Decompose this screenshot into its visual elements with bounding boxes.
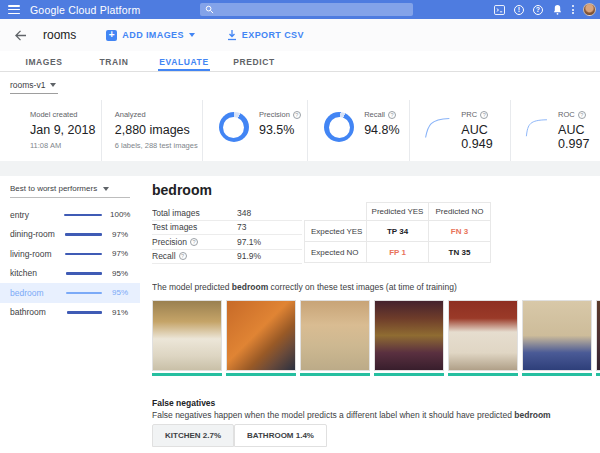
confusion-col-predicted-no: Predicted NO	[429, 203, 491, 221]
prc-curve-icon	[424, 114, 451, 142]
info-icon[interactable]: ?	[179, 252, 187, 260]
confusion-cell-fn: FN 3	[429, 221, 491, 242]
top-app-bar: Google Cloud Platform ! ?	[0, 0, 600, 19]
performer-row-living-room[interactable]: living-room 97%	[0, 244, 140, 264]
roc-card: ROC? AUC 0.997	[510, 100, 600, 161]
false-negatives-description: False negatives happen when the model pr…	[152, 410, 551, 420]
confidence-bar	[152, 373, 222, 376]
chip-bathroom[interactable]: BATHROOM 1.4%	[234, 424, 327, 447]
confidence-bar	[226, 373, 296, 376]
score-bar	[66, 292, 102, 295]
download-icon	[227, 30, 237, 41]
performer-row-bathroom[interactable]: bathroom 91%	[0, 303, 140, 323]
test-image-thumbnail[interactable]	[226, 300, 296, 376]
search-icon	[205, 5, 214, 14]
confusion-cell-tp: TP 34	[367, 221, 429, 242]
tab-bar: IMAGES TRAIN EVALUATE PREDICT	[0, 51, 600, 72]
label-title: bedroom	[152, 182, 212, 198]
performer-row-kitchen[interactable]: kitchen 95%	[0, 264, 140, 284]
confidence-bar	[300, 373, 370, 376]
menu-icon[interactable]	[8, 5, 20, 14]
model-created-date: Jan 9, 2018	[30, 123, 95, 137]
performers-sort-label: Best to worst performers	[10, 184, 97, 193]
precision-donut-chart	[219, 112, 249, 142]
analyzed-detail: 6 labels, 288 test images	[115, 141, 198, 150]
model-created-time: 11:08 AM	[30, 141, 95, 150]
test-image-thumbnail[interactable]	[596, 300, 600, 376]
confidence-bar	[522, 373, 592, 376]
tab-evaluate[interactable]: EVALUATE	[158, 51, 210, 71]
performer-row-dining-room[interactable]: dining-room 97%	[0, 225, 140, 245]
info-icon[interactable]: ?	[190, 238, 198, 246]
label-performance-sidebar: Best to worst performers entry 100% dini…	[0, 176, 140, 322]
back-arrow-icon[interactable]	[14, 30, 27, 41]
test-image-thumbnails	[152, 300, 600, 376]
confidence-bar	[448, 373, 518, 376]
confidence-bar	[374, 373, 444, 376]
score-bar	[64, 214, 102, 217]
analyzed-count: 2,880 images	[115, 123, 198, 137]
test-image-thumbnail[interactable]	[374, 300, 444, 376]
roc-auc-value: AUC 0.997	[558, 123, 600, 151]
confusion-col-predicted-yes: Predicted YES	[367, 203, 429, 221]
test-image-thumbnail[interactable]	[152, 300, 222, 376]
notifications-bell-icon[interactable]	[552, 4, 563, 15]
app-title: Google Cloud Platform	[30, 4, 140, 16]
confusion-matrix: Predicted YES Predicted NO Expected YES …	[304, 202, 491, 263]
stat-row-test-images: Test images 73	[152, 221, 302, 236]
prc-label: PRC	[461, 110, 477, 119]
avatar[interactable]	[583, 3, 596, 16]
roc-label: ROC	[558, 110, 575, 119]
analyzed-label: Analyzed	[115, 110, 198, 119]
stat-row-total-images: Total images 348	[152, 206, 302, 221]
recall-card: Recall? 94.8%	[307, 100, 409, 161]
prc-auc-value: AUC 0.949	[461, 123, 509, 151]
performer-row-entry[interactable]: entry 100%	[0, 205, 140, 225]
stat-row-recall: Recall? 91.9%	[152, 250, 302, 265]
test-image-thumbnail[interactable]	[300, 300, 370, 376]
label-detail-panel: bedroom Total images 348 Test images 73 …	[152, 176, 600, 453]
performer-row-bedroom[interactable]: bedroom 95%	[0, 283, 140, 303]
add-images-button[interactable]: + ADD IMAGES	[106, 30, 195, 41]
label-stats-table: Total images 348 Test images 73 Precisio…	[152, 206, 302, 264]
precision-card: Precision? 93.5%	[202, 100, 307, 161]
performers-sort-select[interactable]: Best to worst performers	[10, 184, 130, 198]
tab-train[interactable]: TRAIN	[88, 51, 140, 71]
score-bar	[67, 311, 102, 314]
add-images-label: ADD IMAGES	[122, 30, 184, 40]
info-icon[interactable]: ?	[388, 111, 396, 119]
precision-value: 93.5%	[259, 123, 301, 137]
false-negative-chips: KITCHEN 2.7% BATHROOM 1.4%	[152, 424, 327, 447]
confusion-cell-tn: TN 35	[429, 242, 491, 263]
false-negatives-title: False negatives	[152, 398, 215, 408]
confusion-row-expected-yes: Expected YES	[305, 221, 367, 242]
confidence-bar	[596, 373, 600, 376]
model-version-select[interactable]: rooms-v1	[10, 80, 58, 94]
score-bar	[66, 272, 102, 275]
search-input[interactable]	[200, 3, 413, 16]
tab-images[interactable]: IMAGES	[18, 51, 70, 71]
more-options-icon[interactable]	[572, 5, 574, 14]
chip-kitchen[interactable]: KITCHEN 2.7%	[152, 424, 234, 447]
test-image-thumbnail[interactable]	[448, 300, 518, 376]
chevron-down-icon	[50, 83, 56, 87]
info-icon[interactable]: ?	[480, 111, 488, 119]
chevron-down-icon	[103, 187, 109, 191]
score-bar	[65, 233, 102, 236]
cloud-shell-icon[interactable]	[494, 4, 505, 15]
help-icon[interactable]: ?	[533, 5, 543, 15]
feedback-icon[interactable]: !	[514, 5, 524, 15]
info-icon[interactable]: ?	[293, 111, 301, 119]
export-csv-label: EXPORT CSV	[242, 30, 304, 40]
recall-donut-chart	[324, 112, 354, 142]
correct-predictions-caption: The model predicted bedroom correctly on…	[152, 282, 600, 292]
prc-card: PRC? AUC 0.949	[409, 100, 509, 161]
export-csv-button[interactable]: EXPORT CSV	[227, 30, 304, 41]
tab-predict[interactable]: PREDICT	[228, 51, 280, 71]
section-divider	[0, 161, 600, 176]
roc-curve-icon	[525, 114, 548, 142]
test-image-thumbnail[interactable]	[522, 300, 592, 376]
stat-row-precision: Precision? 97.1%	[152, 235, 302, 250]
info-icon[interactable]: ?	[578, 111, 586, 119]
performers-list: entry 100% dining-room 97% living-room 9…	[0, 205, 140, 322]
